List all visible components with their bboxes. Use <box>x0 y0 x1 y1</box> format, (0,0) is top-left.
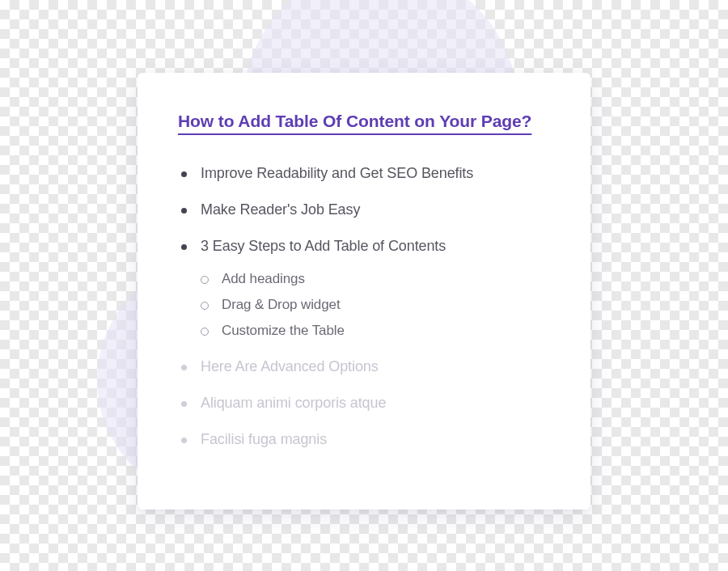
card-title: How to Add Table Of Content on Your Page… <box>178 112 550 131</box>
toc-item[interactable]: Facilisi fuga magnis <box>178 431 550 448</box>
toc-item[interactable]: Improve Readability and Get SEO Benefits <box>178 165 550 182</box>
toc-sub-item-label: Customize the Table <box>222 323 345 338</box>
toc-item[interactable]: Make Reader's Job Easy <box>178 201 550 218</box>
toc-item-label: Improve Readability and Get SEO Benefits <box>201 165 473 181</box>
toc-list: Improve Readability and Get SEO Benefits… <box>178 165 550 448</box>
toc-item[interactable]: Here Are Advanced Options <box>178 358 550 375</box>
toc-item-label: Make Reader's Job Easy <box>201 201 360 218</box>
toc-item[interactable]: 3 Easy Steps to Add Table of Contents Ad… <box>178 238 550 339</box>
toc-sub-item[interactable]: Customize the Table <box>201 323 550 339</box>
toc-item-label: Aliquam animi corporis atque <box>201 395 386 411</box>
toc-item[interactable]: Aliquam animi corporis atque <box>178 395 550 412</box>
toc-item-label: Here Are Advanced Options <box>201 358 379 374</box>
toc-sub-item[interactable]: Drag & Drop widget <box>201 297 550 313</box>
toc-sub-item-label: Drag & Drop widget <box>222 297 341 312</box>
toc-sub-item[interactable]: Add headings <box>201 271 550 287</box>
toc-card: How to Add Table Of Content on Your Page… <box>138 73 590 510</box>
toc-item-label: 3 Easy Steps to Add Table of Contents <box>201 238 446 254</box>
toc-sub-list: Add headings Drag & Drop widget Customiz… <box>201 271 550 339</box>
toc-sub-item-label: Add headings <box>222 271 305 286</box>
toc-item-label: Facilisi fuga magnis <box>201 431 327 447</box>
